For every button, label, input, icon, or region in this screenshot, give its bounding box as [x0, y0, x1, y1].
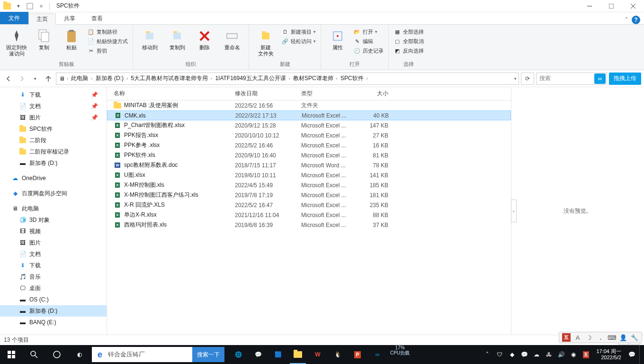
app-browser[interactable]: 🟦: [268, 345, 288, 364]
tree-banq[interactable]: ▬BANQ (E:): [0, 317, 107, 328]
ime-font-icon[interactable]: A: [573, 333, 582, 342]
paste-button[interactable]: 粘贴: [59, 27, 84, 51]
tree-baidu[interactable]: ◆百度网盘同步空间: [0, 188, 107, 199]
file-row[interactable]: MINITAB :及使用案例2022/5/2 16:56文件夹: [107, 100, 511, 110]
tree-videos[interactable]: 🎞视频: [0, 226, 107, 237]
tree-desktop[interactable]: 🖵桌面: [0, 282, 107, 294]
history-button[interactable]: 🕘历史记录: [352, 46, 385, 55]
tree-documents2[interactable]: 📄文档: [0, 248, 107, 260]
home-tab[interactable]: 主页: [28, 13, 56, 25]
tray-network-icon[interactable]: 🖧: [544, 345, 554, 364]
taskbar-search-go[interactable]: 搜索一下: [192, 347, 224, 362]
file-row[interactable]: XX-R 回流炉.XLS2022/5/2 16:47Microsoft Exce…: [107, 200, 511, 210]
file-row[interactable]: XPPK参考 .xlsx2022/5/2 16:46Microsoft Exce…: [107, 140, 511, 150]
crumb-thispc[interactable]: 此电脑: [69, 74, 90, 82]
header-type[interactable]: 类型: [301, 90, 359, 98]
tray-shield-icon[interactable]: 🛡: [495, 345, 504, 364]
new-item-button[interactable]: 🗋新建项目▾: [280, 27, 317, 36]
tree-downloads[interactable]: ⬇下载📌: [0, 89, 107, 100]
rename-button[interactable]: 重命名: [219, 27, 245, 51]
ime-keyboard-icon[interactable]: ⌨: [608, 333, 616, 342]
pin-quick-access-button[interactable]: 固定到快 速访问: [4, 27, 29, 57]
tree-3dobjects[interactable]: 🧊3D 对象: [0, 214, 107, 226]
crumb-folder2[interactable]: 1IATF16949五大工具公开课: [213, 74, 287, 82]
paste-shortcut-button[interactable]: 📄粘贴快捷方式: [86, 37, 129, 46]
drag-upload-button[interactable]: 拖拽上传: [609, 73, 641, 85]
preview-collapse-button[interactable]: ‹: [511, 200, 517, 222]
ime-toolbar[interactable]: 五 A ☽ ， ⌨ 👤 🔧: [559, 332, 642, 343]
crumb-current[interactable]: SPC软件: [339, 74, 366, 82]
new-folder-button[interactable]: 新建 文件夹: [253, 27, 278, 57]
header-date[interactable]: 修改日期: [235, 90, 301, 98]
minimize-button[interactable]: [579, 0, 600, 12]
file-row[interactable]: X单边X-R.xlsx2021/12/16 11:04Microsoft Exc…: [107, 210, 511, 220]
tree-osc[interactable]: ▬OS (C:): [0, 294, 107, 305]
header-name[interactable]: 名称: [107, 90, 235, 98]
tray-overflow[interactable]: ˄: [483, 345, 492, 364]
file-rows[interactable]: MINITAB :及使用案例2022/5/2 16:56文件夹XCMK.xls2…: [107, 100, 511, 335]
tray-cloud-icon[interactable]: ☁: [532, 345, 541, 364]
column-headers[interactable]: 名称 修改日期 类型 大小: [107, 87, 511, 100]
refresh-button[interactable]: ⟳: [521, 73, 534, 85]
tree-onedrive[interactable]: ☁OneDrive: [0, 173, 107, 184]
crumb-folder1[interactable]: 5大工具教材与试卷谭老师专用: [129, 74, 210, 82]
taskbar-clock[interactable]: 17:04 周一 2022/5/2: [593, 348, 624, 361]
move-to-button[interactable]: 移动到: [137, 27, 162, 51]
properties-button[interactable]: 属性: [325, 27, 350, 51]
tray-app2-icon[interactable]: ◉: [569, 345, 578, 364]
crumb-drive[interactable]: 新加卷 (D:): [94, 74, 125, 82]
pin-icon[interactable]: 📌: [91, 103, 98, 109]
show-desktop-button[interactable]: [639, 345, 642, 364]
taskbar-search-box[interactable]: e 锌合金压铸厂 搜索一下: [92, 347, 224, 362]
tree-pictures2[interactable]: 🖼图片: [0, 237, 107, 248]
tree-newvold[interactable]: ▬新加卷 (D:): [0, 305, 107, 317]
help-icon[interactable]: ?: [632, 16, 640, 24]
collapse-ribbon-icon[interactable]: ˄: [625, 17, 628, 23]
tree-audit[interactable]: 二阶段审核记录: [0, 146, 107, 157]
file-row[interactable]: XCMK.xls2022/3/22 17:13Microsoft Excel .…: [107, 110, 511, 120]
tree-thispc[interactable]: 🖥此电脑: [0, 203, 107, 214]
ime-comma-icon[interactable]: ，: [596, 333, 605, 342]
navigation-pane[interactable]: ⬇下载📌 📄文档📌 🖼图片📌 SPC软件 二阶段 二阶段审核记录 ▬新加卷 (D…: [0, 87, 107, 335]
file-row[interactable]: XX-MR控制图江西客户练习.xls2019/7/8 17:19Microsof…: [107, 190, 511, 200]
address-bar[interactable]: 🖥 › 此电脑› 新加卷 (D:)› 5大工具教材与试卷谭老师专用› 1IATF…: [56, 73, 519, 85]
tree-pictures[interactable]: 🖼图片📌: [0, 112, 107, 123]
copy-to-button[interactable]: 复制到: [164, 27, 190, 51]
notifications-button[interactable]: 💬: [627, 345, 636, 364]
file-row[interactable]: Wspc教材附系数表.doc2018/7/15 11:17Microsoft W…: [107, 160, 511, 170]
crumb-folder3[interactable]: 教材SPC谭老师: [291, 74, 335, 82]
app-baidu[interactable]: ∞: [367, 345, 387, 364]
delete-button[interactable]: 删除: [192, 27, 217, 51]
tree-documents[interactable]: 📄文档📌: [0, 100, 107, 112]
app-qq[interactable]: 🐧: [328, 345, 348, 364]
pin-icon[interactable]: 📌: [91, 91, 98, 98]
easy-access-button[interactable]: 🔗轻松访问▾: [280, 37, 317, 46]
view-tab[interactable]: 查看: [83, 13, 111, 24]
properties-icon[interactable]: [25, 1, 35, 11]
header-size[interactable]: 大小: [359, 90, 392, 98]
open-button[interactable]: 📂打开▾: [352, 27, 385, 36]
app-edge[interactable]: 🌐: [228, 345, 248, 364]
file-row[interactable]: XPPK报告.xlsx2020/10/10 10:12Microsoft Exc…: [107, 130, 511, 140]
ime-mode-icon[interactable]: 五: [562, 333, 571, 342]
qat-dropdown-icon[interactable]: ▼: [13, 1, 24, 11]
app-wechat[interactable]: 💬: [248, 345, 268, 364]
search-button[interactable]: [23, 345, 45, 364]
app-wps[interactable]: W: [308, 345, 328, 364]
forward-button[interactable]: [16, 73, 27, 84]
file-row[interactable]: XPPK软件.xls2020/9/10 16:40Microsoft Excel…: [107, 150, 511, 160]
cortana-button[interactable]: [45, 345, 68, 364]
address-dropdown-icon[interactable]: ▾: [514, 76, 517, 81]
select-all-button[interactable]: ▦全部选择: [393, 27, 425, 36]
copy-path-button[interactable]: 📋复制路径: [86, 27, 129, 36]
app-powerpoint[interactable]: P: [348, 345, 367, 364]
ime-person-icon[interactable]: 👤: [619, 333, 627, 342]
search-box[interactable]: 搜索 ∞: [536, 73, 607, 85]
recent-locations-button[interactable]: ▾: [29, 73, 41, 84]
tray-volume-icon[interactable]: 🔊: [556, 345, 566, 364]
cpu-monitor[interactable]: 17%CPU负载: [387, 345, 412, 364]
invert-selection-button[interactable]: ◩反向选择: [393, 46, 425, 55]
tree-spc[interactable]: SPC软件: [0, 123, 107, 135]
file-tab[interactable]: 文件: [0, 12, 28, 24]
tree-stage2[interactable]: 二阶段: [0, 135, 107, 146]
